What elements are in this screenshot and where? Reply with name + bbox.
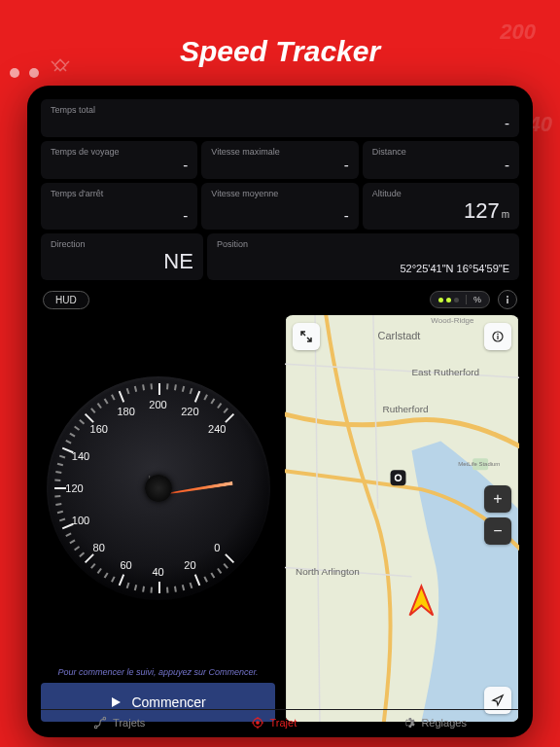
tab-trip[interactable]: Trajet (251, 716, 298, 729)
signal-indicator[interactable]: % (430, 291, 490, 308)
stats-grid: Temps total - Temps de voyage- Vitesse m… (41, 99, 519, 280)
stat-position: Position52°25'41"N 16°54'59"E (207, 233, 519, 280)
stat-avg-speed: Vitesse moyenne- (201, 183, 358, 230)
svg-rect-15 (497, 336, 498, 339)
map-zoom-in-button[interactable]: + (484, 485, 511, 513)
route-icon (93, 716, 107, 729)
info-button[interactable] (498, 290, 517, 309)
svg-text:Wood-Ridge: Wood-Ridge (431, 316, 474, 325)
tab-bar: Trajets Trajet Réglages (41, 709, 519, 729)
stat-value: - (51, 115, 509, 131)
gear-icon (402, 716, 415, 729)
map-expand-button[interactable] (293, 323, 320, 350)
satellite-icon (49, 53, 72, 77)
play-icon (110, 696, 122, 708)
svg-text:East Rutherford: East Rutherford (411, 367, 479, 377)
svg-point-19 (256, 722, 259, 725)
speedometer: 020406080100120140160180200220240 km/h (47, 376, 270, 600)
stat-distance: Distance- (363, 141, 519, 179)
stat-max-speed: Vitesse maximale- (201, 141, 358, 179)
svg-text:Rutherford: Rutherford (383, 404, 429, 414)
map-zoom-out-button[interactable]: − (484, 517, 511, 545)
hint-text: Pour commencer le suivi, appuyez sur Com… (41, 667, 275, 677)
stat-direction: DirectionNE (41, 233, 203, 280)
tab-trips[interactable]: Trajets (93, 716, 145, 729)
map-view[interactable]: Carlstadt East Rutherford Rutherford Nor… (285, 315, 519, 722)
app-title: Speed Tracker (0, 0, 560, 86)
svg-rect-11 (391, 470, 406, 485)
stat-label: Temps total (51, 105, 509, 115)
target-icon (251, 716, 264, 729)
stat-total-time: Temps total - (41, 99, 519, 137)
svg-text:MetLife Stadium: MetLife Stadium (458, 461, 500, 467)
map-info-button[interactable] (484, 323, 511, 350)
stat-altitude: Altitude127m (363, 183, 519, 230)
device-frame: Temps total - Temps de voyage- Vitesse m… (27, 86, 533, 737)
hud-button[interactable]: HUD (43, 291, 89, 309)
tab-settings[interactable]: Réglages (402, 716, 466, 729)
svg-text:Carlstadt: Carlstadt (378, 330, 421, 341)
svg-text:North Arlington: North Arlington (296, 566, 360, 577)
stat-stop-time: Temps d'arrêt- (41, 183, 197, 230)
stat-trip-time: Temps de voyage- (41, 141, 197, 179)
svg-point-14 (497, 334, 499, 336)
svg-rect-2 (507, 299, 508, 303)
page-dots (0, 68, 39, 78)
svg-point-1 (507, 296, 508, 298)
